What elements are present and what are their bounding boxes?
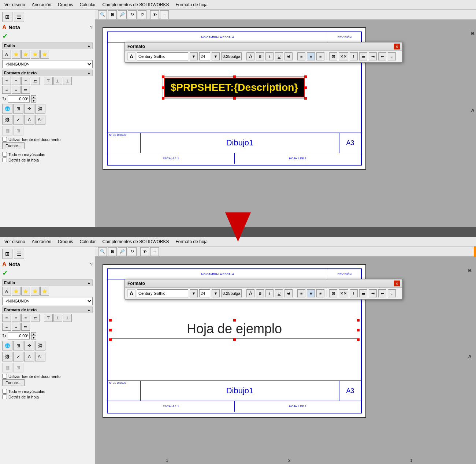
tool-rotate-top[interactable]: ↻ <box>128 10 137 19</box>
handle-mr-bottom[interactable] <box>357 329 360 331</box>
style-icon-2-bottom[interactable]: ⭐ <box>12 287 21 296</box>
action-move-top[interactable]: ✛ <box>24 104 34 114</box>
tool-undo-top[interactable]: ↺ <box>138 10 146 19</box>
fmt-font-dropdown-top[interactable]: ▼ <box>190 52 198 60</box>
rotate-input-top[interactable]: 0.00° <box>8 95 30 103</box>
handle-mr-top[interactable] <box>304 86 307 89</box>
fmt-align-r-top[interactable]: ≡ <box>316 52 324 60</box>
handle-br-top[interactable] <box>304 97 307 100</box>
align-v2-top[interactable]: ⊥ <box>53 77 62 85</box>
handle-ml-bottom[interactable] <box>109 329 112 331</box>
spin-down-top[interactable]: ▼ <box>31 99 36 103</box>
icon-grid-top[interactable]: ⊞ <box>2 12 12 22</box>
fmt-underline-top[interactable]: U <box>275 52 283 60</box>
icon-list-bottom[interactable]: ☰ <box>14 249 24 259</box>
handle-bl-top[interactable] <box>162 97 164 100</box>
check-mark-top[interactable]: ✓ <box>2 32 93 40</box>
action-check-top[interactable]: ✓ <box>13 115 23 125</box>
style-icon-5-bottom[interactable]: ⭐ <box>40 287 49 296</box>
action-a2-bottom[interactable]: A↑ <box>35 352 45 361</box>
align-justify-bottom[interactable]: ⊏ <box>31 314 40 322</box>
tool-zoom-bottom[interactable]: 🔎 <box>118 247 127 256</box>
align-center-bottom[interactable]: ≡ <box>12 314 21 322</box>
align-left-bottom[interactable]: ≡ <box>2 314 11 322</box>
fuente-btn-bottom[interactable]: Fuente... <box>2 379 25 386</box>
align-btn6-bottom[interactable]: ≡ <box>12 323 21 331</box>
spin-up-bottom[interactable]: ▲ <box>31 332 36 336</box>
tool-grid-bottom[interactable]: ⊞ <box>108 247 117 256</box>
menu-formato-hoja-b[interactable]: Formato de hoja <box>173 238 211 245</box>
check-fuente-bottom[interactable] <box>2 374 7 379</box>
action-grid-bottom[interactable]: ⊞ <box>13 341 23 350</box>
fmt-font-size-top[interactable]: 24 <box>199 52 210 60</box>
fmt-font-a-top[interactable]: A <box>246 52 254 60</box>
tool-eye-bottom[interactable]: 👁 <box>140 247 149 256</box>
section-estilo-top[interactable]: Estilo ▲ <box>2 42 93 49</box>
handle-tc-bottom[interactable] <box>233 319 236 322</box>
check-detras-bottom[interactable] <box>2 394 7 399</box>
align-btn7-top[interactable]: ═ <box>21 86 30 94</box>
fmt-strike-top[interactable]: S <box>285 52 293 60</box>
handle-br-bottom[interactable] <box>357 338 360 341</box>
action-move-bottom[interactable]: ✛ <box>24 341 34 350</box>
fmt-strike-bottom[interactable]: S <box>285 289 293 297</box>
handle-tr-bottom[interactable] <box>357 319 360 322</box>
fmt-italic-bottom[interactable]: I <box>265 289 274 297</box>
handle-tr-top[interactable] <box>304 75 307 78</box>
menu-croquis-b[interactable]: Croquis <box>55 238 76 245</box>
fmt-align-l-top[interactable]: ≡ <box>297 52 305 60</box>
action-link-bottom[interactable]: ⛓ <box>35 341 45 350</box>
fmt-align-r-bottom[interactable]: ≡ <box>316 289 324 297</box>
fmt-font-icon-bottom[interactable]: A <box>127 289 135 297</box>
menu-formato-hoja[interactable]: Formato de hoja <box>173 1 211 8</box>
fmt-font-icon-top[interactable]: A <box>127 52 135 60</box>
menu-ver-diseno[interactable]: Ver diseño <box>1 1 28 8</box>
menu-anotacion[interactable]: Anotación <box>29 1 54 8</box>
style-icon-4-top[interactable]: ⭐ <box>31 50 40 59</box>
align-right-top[interactable]: ≡ <box>21 77 30 85</box>
align-v1-bottom[interactable]: ⊤ <box>44 314 53 322</box>
handle-tl-top[interactable] <box>162 75 164 78</box>
handle-bc-top[interactable] <box>233 97 236 100</box>
popup-close-top[interactable]: × <box>394 44 400 49</box>
fmt-xx-top[interactable]: ✕✕ <box>339 52 348 60</box>
popup-close-bottom[interactable]: × <box>394 281 400 286</box>
align-center-top[interactable]: ≡ <box>12 77 21 85</box>
fuente-btn-top[interactable]: Fuente... <box>2 142 25 149</box>
check-detras-top[interactable] <box>2 157 7 162</box>
align-v2-bottom[interactable]: ⊥ <box>53 314 62 322</box>
fmt-align-c-top[interactable]: ≡ <box>307 52 315 60</box>
check-fuente-top[interactable] <box>2 137 7 142</box>
menu-croquis[interactable]: Croquis <box>55 1 76 8</box>
tool-grid-top[interactable]: ⊞ <box>108 10 117 19</box>
ninguno-select-top[interactable]: <NINGUNO> <box>2 60 93 68</box>
action-img-top[interactable]: 🖼 <box>2 115 12 125</box>
icon-grid-bottom[interactable]: ⊞ <box>2 249 12 259</box>
handle-tl-bottom[interactable] <box>109 319 112 322</box>
align-justify-top[interactable]: ⊏ <box>31 77 40 85</box>
align-btn5-top[interactable]: ≡ <box>2 86 11 94</box>
ejemplo-container-bottom[interactable]: Hoja de ejemplo <box>111 321 357 339</box>
section-formato-top[interactable]: Formato de texto ▲ <box>2 70 93 76</box>
prpsheet-container-top[interactable]: $PRPSHEET:{Description} <box>164 78 305 97</box>
fmt-font-name-top[interactable]: Century Gothic <box>137 52 188 60</box>
section-estilo-bottom[interactable]: Estilo ▲ <box>2 279 93 286</box>
menu-complementos[interactable]: Complementos de SOLIDWORKS <box>99 1 172 8</box>
tool-zoom-top[interactable]: 🔎 <box>118 10 127 19</box>
align-v3-top[interactable]: ⊥ <box>63 77 72 85</box>
align-v3-bottom[interactable]: ⊥ <box>63 314 72 322</box>
fmt-align-l-bottom[interactable]: ≡ <box>297 289 305 297</box>
align-btn6-top[interactable]: ≡ <box>12 86 21 94</box>
style-icon-2-top[interactable]: ⭐ <box>12 50 21 59</box>
fmt-box-bottom[interactable]: ⊡ <box>329 289 337 297</box>
fmt-list1-bottom[interactable]: ⁝ <box>350 289 358 297</box>
align-right-bottom[interactable]: ≡ <box>21 314 30 322</box>
check-mayusculas-top[interactable] <box>2 152 7 157</box>
action-grid-top[interactable]: ⊞ <box>13 104 23 114</box>
action-check-bottom[interactable]: ✓ <box>13 352 23 361</box>
fmt-underline-bottom[interactable]: U <box>275 289 283 297</box>
fmt-size-dropdown-top[interactable]: ▼ <box>212 52 220 60</box>
menu-calcular[interactable]: Calcular <box>77 1 98 8</box>
style-icon-5-top[interactable]: ⭐ <box>40 50 49 59</box>
icon-list-top[interactable]: ☰ <box>14 12 24 22</box>
